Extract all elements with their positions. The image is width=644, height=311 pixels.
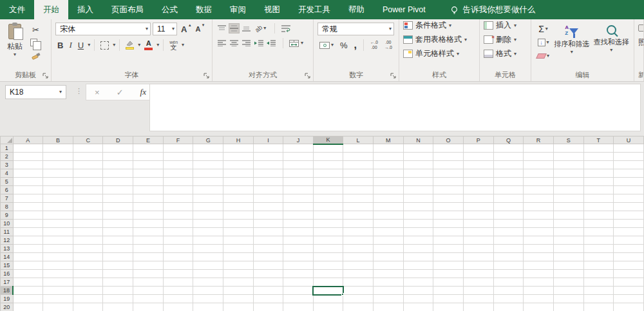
align-middle-button[interactable] <box>229 23 240 33</box>
increase-indent-button[interactable] <box>265 38 276 48</box>
cell-T11[interactable] <box>583 228 614 236</box>
cell-O14[interactable] <box>433 253 464 261</box>
cell-N15[interactable] <box>403 261 433 270</box>
format-as-table-dropdown-arrow[interactable]: ▾ <box>464 37 467 42</box>
cell-E2[interactable] <box>133 153 164 161</box>
cell-I5[interactable] <box>253 178 283 186</box>
cell-B13[interactable] <box>43 245 73 253</box>
cell-F3[interactable] <box>163 161 193 169</box>
cell-S12[interactable] <box>553 236 583 245</box>
cell-G3[interactable] <box>193 161 223 169</box>
cell-D4[interactable] <box>103 169 133 178</box>
cell-N5[interactable] <box>403 178 433 186</box>
cell-O15[interactable] <box>433 261 464 270</box>
cell-T3[interactable] <box>583 161 614 169</box>
cell-F11[interactable] <box>163 228 193 236</box>
cell-G16[interactable] <box>193 270 223 278</box>
cell-B6[interactable] <box>43 186 73 194</box>
row-header-17[interactable]: 17 <box>1 278 14 287</box>
column-header-P[interactable]: P <box>463 137 493 144</box>
column-header-J[interactable]: J <box>283 137 314 144</box>
cell-F14[interactable] <box>163 253 193 261</box>
cell-N6[interactable] <box>403 186 433 194</box>
column-header-M[interactable]: M <box>373 137 403 144</box>
cell-C17[interactable] <box>73 278 103 287</box>
cell-L13[interactable] <box>343 245 374 253</box>
fill-color-dropdown-arrow[interactable]: ▾ <box>138 42 140 48</box>
cell-Q6[interactable] <box>493 186 524 194</box>
row-header-15[interactable]: 15 <box>1 261 14 270</box>
cell-E11[interactable] <box>133 228 164 236</box>
borders-dropdown-arrow[interactable]: ▾ <box>113 42 115 48</box>
cell-U3[interactable] <box>614 161 644 169</box>
cell-H16[interactable] <box>223 270 254 278</box>
cell-I20[interactable] <box>253 303 283 311</box>
font-color-button[interactable]: A <box>142 39 155 51</box>
cell-K14[interactable] <box>313 253 343 261</box>
cell-F1[interactable] <box>163 144 193 153</box>
merge-center-button[interactable] <box>289 38 299 48</box>
cell-P7[interactable] <box>463 194 493 203</box>
alignment-dialog-launcher[interactable] <box>305 73 311 79</box>
cell-C6[interactable] <box>73 186 103 194</box>
cell-C16[interactable] <box>73 270 103 278</box>
row-header-19[interactable]: 19 <box>1 295 14 303</box>
cut-button[interactable]: ✂ <box>28 24 43 35</box>
cell-F2[interactable] <box>163 153 193 161</box>
cell-Q18[interactable] <box>493 287 524 295</box>
cell-E1[interactable] <box>133 144 164 153</box>
italic-button[interactable]: I <box>67 39 73 51</box>
cell-R2[interactable] <box>524 153 554 161</box>
underline-button[interactable]: U <box>76 39 86 51</box>
cell-U19[interactable] <box>614 295 644 303</box>
cell-J2[interactable] <box>283 153 314 161</box>
cell-K8[interactable] <box>313 203 343 211</box>
cell-A14[interactable] <box>13 253 43 261</box>
row-header-5[interactable]: 5 <box>1 178 14 186</box>
cell-L19[interactable] <box>343 295 374 303</box>
cell-N3[interactable] <box>403 161 433 169</box>
cell-O5[interactable] <box>433 178 464 186</box>
cell-S7[interactable] <box>553 194 583 203</box>
formula-bar-resize-handle[interactable]: ⋮ <box>75 87 82 95</box>
row-header-10[interactable]: 10 <box>1 220 14 228</box>
cell-B10[interactable] <box>43 220 73 228</box>
align-center-button[interactable] <box>229 38 240 48</box>
cell-I14[interactable] <box>253 253 283 261</box>
cell-C13[interactable] <box>73 245 103 253</box>
cell-J19[interactable] <box>283 295 314 303</box>
cell-Q8[interactable] <box>493 203 524 211</box>
cell-F4[interactable] <box>163 169 193 178</box>
cell-R13[interactable] <box>524 245 554 253</box>
cell-D6[interactable] <box>103 186 133 194</box>
cell-A3[interactable] <box>13 161 43 169</box>
decrease-font-button[interactable]: A▾ <box>193 23 205 35</box>
decrease-indent-button[interactable] <box>253 38 264 48</box>
cell-R6[interactable] <box>524 186 554 194</box>
cell-T8[interactable] <box>583 203 614 211</box>
cell-Q20[interactable] <box>493 303 524 311</box>
cell-P16[interactable] <box>463 270 493 278</box>
cell-O12[interactable] <box>433 236 464 245</box>
cell-G20[interactable] <box>193 303 223 311</box>
cell-U16[interactable] <box>614 270 644 278</box>
cell-J9[interactable] <box>283 211 314 220</box>
cell-L5[interactable] <box>343 178 374 186</box>
borders-button[interactable] <box>99 39 111 51</box>
cell-N11[interactable] <box>403 228 433 236</box>
cell-I13[interactable] <box>253 245 283 253</box>
cell-K13[interactable] <box>313 245 343 253</box>
cell-T2[interactable] <box>583 153 614 161</box>
column-header-Q[interactable]: Q <box>493 137 524 144</box>
cell-J7[interactable] <box>283 194 314 203</box>
cell-A17[interactable] <box>13 278 43 287</box>
cell-K15[interactable] <box>313 261 343 270</box>
fill-handle[interactable] <box>341 293 344 296</box>
cell-D7[interactable] <box>103 194 133 203</box>
cell-P6[interactable] <box>463 186 493 194</box>
cell-D10[interactable] <box>103 220 133 228</box>
cell-J11[interactable] <box>283 228 314 236</box>
cell-B19[interactable] <box>43 295 73 303</box>
cell-A12[interactable] <box>13 236 43 245</box>
cell-styles-dropdown-arrow[interactable]: ▾ <box>457 52 459 57</box>
